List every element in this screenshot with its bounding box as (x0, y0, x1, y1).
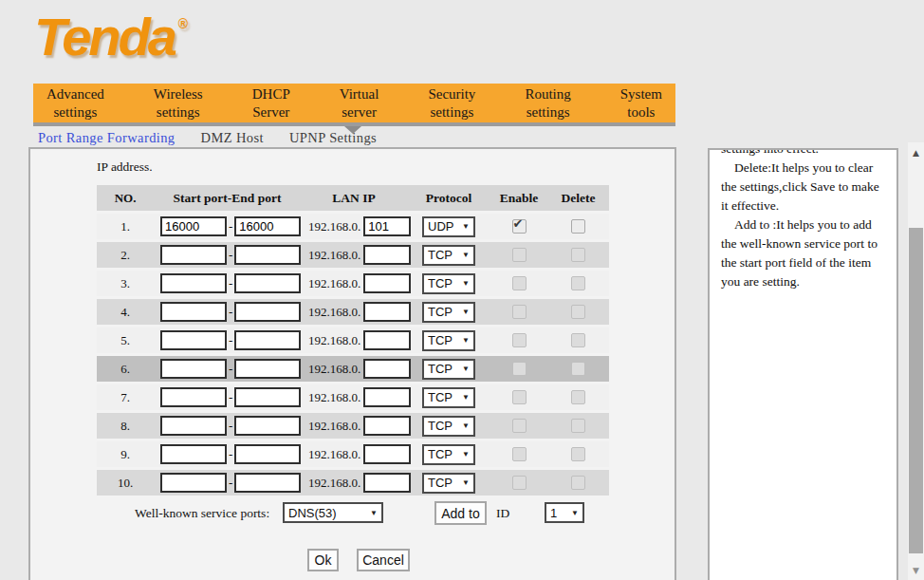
nav-item-dhcp[interactable]: DHCPServer (252, 85, 290, 122)
end-port-input[interactable] (234, 216, 301, 236)
protocol-select-value: TCP (428, 390, 453, 404)
delete-checkbox[interactable] (571, 419, 585, 433)
nav-item-line1: Virtual (340, 85, 379, 103)
protocol-select[interactable]: TCP▼ (422, 359, 475, 380)
start-port-input[interactable] (160, 387, 227, 407)
protocol-select[interactable]: TCP▼ (422, 416, 475, 437)
start-port-input[interactable] (160, 273, 227, 293)
end-port-input[interactable] (234, 359, 301, 379)
protocol-select[interactable]: TCP▼ (422, 473, 475, 494)
end-port-input[interactable] (234, 245, 301, 265)
protocol-cell: TCP▼ (407, 416, 490, 437)
end-port-input[interactable] (234, 330, 301, 350)
scrollbar-thumb[interactable] (909, 228, 923, 553)
protocol-select[interactable]: TCP▼ (422, 444, 475, 465)
protocol-select[interactable]: UDP▼ (422, 216, 475, 237)
cancel-button[interactable]: Cancel (357, 549, 410, 571)
enable-checkbox[interactable] (512, 419, 527, 433)
protocol-select[interactable]: TCP▼ (422, 302, 475, 323)
enable-checkbox[interactable] (512, 476, 527, 490)
end-port-input[interactable] (234, 416, 301, 436)
delete-checkbox[interactable] (571, 248, 585, 262)
delete-checkbox[interactable] (571, 390, 585, 404)
start-port-input[interactable] (160, 330, 227, 350)
row-number: 1. (97, 219, 154, 234)
ok-button[interactable]: Ok (307, 549, 339, 571)
enable-checkbox[interactable]: ✔ (512, 219, 527, 234)
end-port-input[interactable] (234, 473, 301, 493)
protocol-select-value: TCP (428, 447, 453, 461)
lan-ip-input[interactable] (363, 387, 411, 407)
help-scrollbar[interactable]: ▲ ▼ (908, 142, 924, 580)
nav-item-routing[interactable]: Routingsettings (525, 85, 570, 122)
delete-checkbox[interactable] (571, 447, 585, 461)
subnav-upnp-settings[interactable]: UPNP Settings (289, 130, 377, 146)
enable-checkbox[interactable] (512, 305, 527, 319)
scroll-down-icon[interactable]: ▼ (908, 562, 924, 578)
delete-cell (547, 476, 609, 490)
protocol-select[interactable]: TCP▼ (422, 273, 475, 294)
delete-cell (547, 362, 609, 376)
nav-item-wireless[interactable]: Wirelesssettings (154, 85, 203, 122)
end-port-input[interactable] (234, 302, 301, 322)
header-cell: Delete (547, 191, 609, 206)
lan-ip-input[interactable] (363, 216, 411, 236)
delete-checkbox[interactable] (571, 276, 585, 290)
end-port-input[interactable] (234, 273, 301, 293)
start-port-input[interactable] (160, 444, 227, 464)
start-port-input[interactable] (160, 473, 227, 493)
lan-ip-input[interactable] (363, 273, 411, 293)
subnav-dmz-host[interactable]: DMZ Host (201, 130, 264, 146)
help-panel: settings into effect. Delete:It helps yo… (708, 148, 898, 580)
delete-checkbox[interactable] (571, 476, 585, 490)
protocol-select[interactable]: TCP▼ (422, 387, 475, 408)
ports-cell: - (154, 444, 301, 464)
row-number: 10. (97, 476, 154, 491)
nav-item-virtual[interactable]: Virtualserver (340, 85, 379, 122)
service-ports-row: Well-known service ports: DNS(53) ▼ Add … (97, 501, 628, 527)
service-port-selected-value: DNS(53) (288, 506, 337, 520)
end-port-input[interactable] (234, 444, 301, 464)
delete-checkbox[interactable] (571, 219, 585, 234)
row-number: 3. (97, 276, 154, 291)
lan-ip-input[interactable] (363, 330, 411, 350)
enable-checkbox[interactable] (512, 447, 527, 461)
nav-item-security[interactable]: Securitysettings (428, 85, 475, 122)
nav-item-advanced[interactable]: Advancedsettings (46, 85, 104, 122)
protocol-select-value: TCP (428, 419, 453, 433)
ports-cell: - (154, 302, 301, 322)
lan-ip-input[interactable] (363, 359, 411, 379)
enable-checkbox[interactable] (512, 362, 527, 376)
nav-item-system[interactable]: Systemtools (620, 85, 662, 122)
service-port-select[interactable]: DNS(53) ▼ (283, 502, 383, 523)
subnav-port-range-forwarding[interactable]: Port Range Forwarding (38, 130, 176, 146)
start-port-input[interactable] (160, 359, 227, 379)
help-paragraph: Delete:It helps you to clear the setting… (721, 159, 889, 215)
delete-checkbox[interactable] (571, 362, 585, 376)
lan-ip-input[interactable] (363, 416, 411, 436)
protocol-select[interactable]: TCP▼ (422, 330, 475, 351)
lan-ip-input[interactable] (363, 245, 411, 265)
start-port-input[interactable] (160, 416, 227, 436)
lan-ip-prefix: 192.168.0. (308, 476, 360, 491)
lan-ip-input[interactable] (363, 473, 411, 493)
delete-checkbox[interactable] (571, 333, 585, 347)
lan-ip-input[interactable] (363, 444, 411, 464)
enable-checkbox[interactable] (512, 248, 527, 262)
enable-checkbox[interactable] (512, 276, 527, 290)
start-port-input[interactable] (160, 302, 227, 322)
enable-checkbox[interactable] (512, 333, 527, 347)
add-to-button[interactable]: Add to (434, 501, 487, 525)
start-port-input[interactable] (160, 216, 227, 236)
id-select[interactable]: 1 ▼ (545, 502, 584, 523)
end-port-input[interactable] (234, 387, 301, 407)
delete-checkbox[interactable] (571, 305, 585, 319)
protocol-cell: TCP▼ (407, 245, 490, 266)
lan-ip-input[interactable] (363, 302, 411, 322)
header-cell: NO. (97, 191, 154, 206)
enable-checkbox[interactable] (512, 390, 527, 404)
start-port-input[interactable] (160, 245, 227, 265)
protocol-select[interactable]: TCP▼ (422, 245, 475, 266)
scroll-up-icon[interactable]: ▲ (908, 144, 924, 160)
main-navbar: AdvancedsettingsWirelesssettingsDHCPServ… (33, 84, 675, 122)
